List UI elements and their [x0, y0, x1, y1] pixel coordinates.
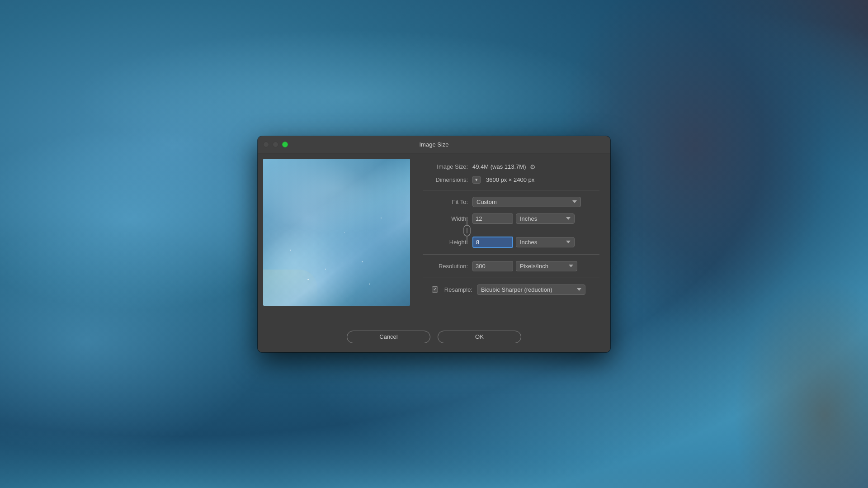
- traffic-lights: [263, 142, 288, 147]
- resolution-input-group: Pixels/Inch Pixels/Centimeter: [472, 261, 577, 271]
- width-height-group: Width: Inches Pixels Centimeters Millime…: [423, 213, 599, 248]
- maximize-button[interactable]: [282, 142, 288, 147]
- dialog-content: Image Size: 49.4M (was 113.7M) ⚙ Dimensi…: [258, 153, 610, 325]
- resolution-label: Resolution:: [423, 263, 468, 270]
- dimensions-toggle[interactable]: ▾: [472, 176, 481, 184]
- dialog-title: Image Size: [419, 141, 448, 148]
- separator3: [423, 278, 599, 278]
- dimensions-value-group: ▾ 3600 px × 2400 px: [472, 176, 534, 184]
- preview-panel: [263, 159, 410, 320]
- dimensions-row: Dimensions: ▾ 3600 px × 2400 px: [423, 176, 599, 184]
- height-unit-select[interactable]: Inches Pixels Centimeters Millimeters Po…: [516, 237, 575, 247]
- image-size-label: Image Size:: [423, 163, 468, 170]
- height-input-group: Inches Pixels Centimeters Millimeters Po…: [472, 237, 575, 248]
- dialog-wrapper: Image Size: [258, 136, 610, 352]
- dimensions-label: Dimensions:: [423, 176, 468, 183]
- dialog-buttons: Cancel OK: [258, 325, 610, 352]
- fit-to-label: Fit To:: [423, 199, 468, 205]
- fit-to-row: Fit To: Custom Original Size US Paper (8…: [423, 197, 599, 207]
- chain-link-icon: [462, 213, 472, 248]
- resample-row: Resample: Bicubic Sharper (reduction) Au…: [423, 284, 599, 295]
- titlebar: Image Size: [258, 136, 610, 153]
- cancel-button[interactable]: Cancel: [347, 331, 430, 343]
- ok-button[interactable]: OK: [438, 331, 521, 343]
- resolution-unit-select[interactable]: Pixels/Inch Pixels/Centimeter: [516, 261, 577, 271]
- minimize-button[interactable]: [273, 142, 278, 147]
- image-size-row: Image Size: 49.4M (was 113.7M) ⚙: [423, 162, 599, 171]
- resolution-row: Resolution: Pixels/Inch Pixels/Centimete…: [423, 261, 599, 271]
- resample-label-group: Resample:: [423, 286, 472, 293]
- close-button[interactable]: [263, 142, 269, 147]
- height-label: Height:: [423, 239, 468, 246]
- separator2: [423, 254, 599, 255]
- width-input-group: Inches Pixels Centimeters Millimeters Po…: [472, 213, 575, 224]
- separator: [423, 190, 599, 190]
- width-unit-select[interactable]: Inches Pixels Centimeters Millimeters Po…: [516, 213, 575, 224]
- width-input[interactable]: [472, 213, 513, 224]
- resample-label: Resample:: [444, 286, 472, 293]
- resolution-input[interactable]: [472, 261, 513, 271]
- image-size-value: 49.4M (was 113.7M): [472, 163, 526, 170]
- gear-button[interactable]: ⚙: [528, 162, 538, 171]
- settings-panel: Image Size: 49.4M (was 113.7M) ⚙ Dimensi…: [417, 159, 605, 320]
- dimensions-value: 3600 px × 2400 px: [486, 176, 534, 183]
- width-row: Width: Inches Pixels Centimeters Millime…: [423, 213, 599, 224]
- image-size-dialog: Image Size: [258, 136, 610, 352]
- height-input[interactable]: [472, 237, 513, 248]
- fit-to-select[interactable]: Custom Original Size US Paper (8.5 x 11 …: [472, 197, 581, 207]
- height-row: Height: Inches Pixels Centimeters Millim…: [423, 237, 599, 248]
- preview-image: [263, 159, 410, 306]
- resample-checkbox[interactable]: [432, 286, 438, 293]
- width-label: Width:: [423, 215, 468, 222]
- resample-select[interactable]: Bicubic Sharper (reduction) Automatic Pr…: [477, 284, 585, 295]
